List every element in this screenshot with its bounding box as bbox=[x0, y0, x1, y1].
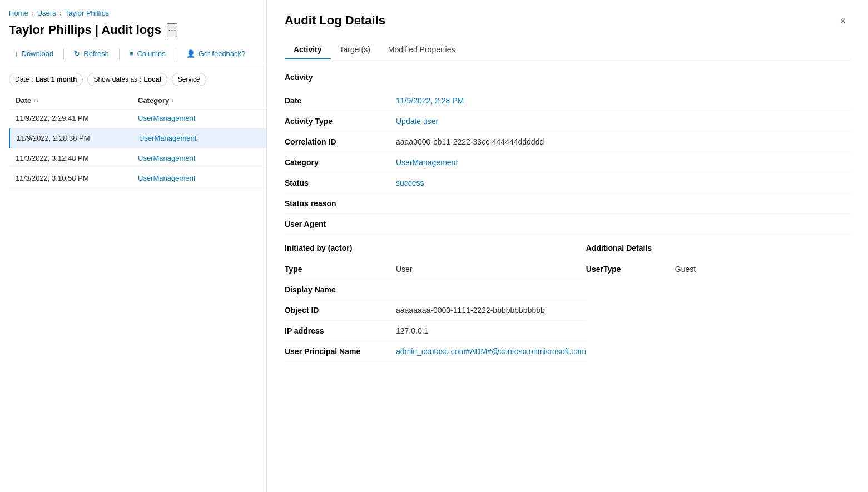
feedback-icon: 👤 bbox=[186, 49, 195, 58]
left-panel: Home › Users › Taylor Phillips Taylor Ph… bbox=[0, 0, 267, 492]
category-field-label: Category bbox=[285, 158, 396, 167]
row1-date: 11/9/2022, 2:29:41 PM bbox=[16, 114, 138, 122]
activity-section-label: Activity bbox=[285, 73, 850, 82]
table-row[interactable]: 11/9/2022, 2:29:41 PM UserManagement bbox=[9, 108, 266, 128]
additional-section: Additional Details UserType Guest bbox=[586, 243, 850, 362]
tab-activity[interactable]: Activity bbox=[285, 41, 331, 59]
page-title-row: Taylor Phillips | Audit logs ··· bbox=[9, 23, 266, 37]
panel-title: Audit Log Details bbox=[285, 13, 385, 28]
usertype-row: UserType Guest bbox=[586, 259, 850, 279]
columns-button[interactable]: ≡ Columns bbox=[124, 46, 171, 61]
table-row[interactable]: 11/3/2022, 3:10:58 PM UserManagement bbox=[9, 168, 266, 188]
toolbar: ↓ Download ↻ Refresh ≡ Columns 👤 Got fee… bbox=[9, 46, 266, 66]
usertype-value: Guest bbox=[675, 265, 850, 274]
tab-targets[interactable]: Target(s) bbox=[331, 41, 379, 59]
status-value: success bbox=[396, 178, 850, 187]
breadcrumb-users[interactable]: Users bbox=[37, 9, 56, 17]
actor-display-name-label: Display Name bbox=[285, 285, 396, 294]
actor-upn-label: User Principal Name bbox=[285, 347, 396, 356]
refresh-icon: ↻ bbox=[74, 49, 80, 58]
user-agent-row: User Agent bbox=[285, 214, 850, 235]
activity-type-value: Update user bbox=[396, 117, 850, 126]
row2-category: UserManagement bbox=[139, 134, 260, 142]
activity-type-row: Activity Type Update user bbox=[285, 111, 850, 132]
category-field-value: UserManagement bbox=[396, 158, 850, 167]
date-filter[interactable]: Date : Last 1 month bbox=[9, 73, 83, 86]
row4-date: 11/3/2022, 3:10:58 PM bbox=[16, 174, 138, 182]
date-field-label: Date bbox=[285, 96, 396, 105]
actor-ip-row: IP address 127.0.0.1 bbox=[285, 321, 586, 341]
breadcrumb-user[interactable]: Taylor Phillips bbox=[65, 9, 109, 17]
page-title: Taylor Phillips | Audit logs bbox=[9, 23, 161, 37]
actor-upn-row: User Principal Name admin_contoso.com#AD… bbox=[285, 341, 586, 362]
service-filter[interactable]: Service bbox=[172, 73, 206, 86]
category-column-header[interactable]: Category ↑ bbox=[138, 96, 260, 105]
audit-table: Date ↑↓ Category ↑ 11/9/2022, 2:29:41 PM… bbox=[9, 93, 266, 188]
row3-date: 11/3/2022, 3:12:48 PM bbox=[16, 154, 138, 162]
filter-bar: Date : Last 1 month Show dates as : Loca… bbox=[9, 73, 266, 86]
feedback-button[interactable]: 👤 Got feedback? bbox=[181, 46, 251, 61]
status-reason-row: Status reason bbox=[285, 193, 850, 214]
actor-display-name-row: Display Name bbox=[285, 280, 586, 300]
usertype-label: UserType bbox=[586, 265, 675, 274]
date-column-header[interactable]: Date ↑↓ bbox=[16, 96, 138, 105]
actor-object-id-label: Object ID bbox=[285, 306, 396, 315]
row2-date: 11/9/2022, 2:28:38 PM bbox=[17, 134, 139, 142]
correlation-id-row: Correlation ID aaaa0000-bb11-2222-33cc-4… bbox=[285, 132, 850, 152]
panel-header: Audit Log Details × bbox=[285, 13, 850, 29]
status-label: Status bbox=[285, 178, 396, 187]
columns-icon: ≡ bbox=[130, 49, 134, 58]
date-field-value: 11/9/2022, 2:28 PM bbox=[396, 96, 850, 105]
show-dates-filter[interactable]: Show dates as : Local bbox=[87, 73, 167, 86]
date-sort-icon: ↑↓ bbox=[33, 97, 39, 103]
row1-category: UserManagement bbox=[138, 114, 260, 122]
actor-type-value: User bbox=[396, 265, 586, 274]
actor-object-id-row: Object ID aaaaaaaa-0000-1111-2222-bbbbbb… bbox=[285, 300, 586, 321]
correlation-id-value: aaaa0000-bb11-2222-33cc-444444dddddd bbox=[396, 137, 850, 146]
actor-type-label: Type bbox=[285, 265, 396, 274]
more-options-button[interactable]: ··· bbox=[167, 23, 177, 37]
correlation-id-label: Correlation ID bbox=[285, 137, 396, 146]
actor-ip-label: IP address bbox=[285, 326, 396, 335]
category-row: Category UserManagement bbox=[285, 152, 850, 173]
download-icon: ↓ bbox=[14, 49, 18, 58]
close-button[interactable]: × bbox=[835, 13, 850, 29]
actor-type-row: Type User bbox=[285, 259, 586, 280]
row3-category: UserManagement bbox=[138, 154, 260, 162]
table-header: Date ↑↓ Category ↑ bbox=[9, 93, 266, 108]
toolbar-divider1 bbox=[63, 48, 64, 59]
detail-tabs: Activity Target(s) Modified Properties bbox=[285, 41, 850, 59]
toolbar-divider2 bbox=[119, 48, 120, 59]
download-button[interactable]: ↓ Download bbox=[9, 46, 59, 61]
breadcrumb-sep2: › bbox=[59, 9, 62, 17]
actor-section-title: Initiated by (actor) bbox=[285, 243, 586, 252]
table-row[interactable]: 11/9/2022, 2:28:38 PM UserManagement bbox=[9, 128, 266, 148]
category-sort-icon: ↑ bbox=[171, 97, 174, 103]
detail-panel: Audit Log Details × Activity Target(s) M… bbox=[267, 0, 868, 492]
user-agent-label: User Agent bbox=[285, 220, 396, 228]
refresh-button[interactable]: ↻ Refresh bbox=[68, 46, 115, 61]
table-row[interactable]: 11/3/2022, 3:12:48 PM UserManagement bbox=[9, 148, 266, 168]
status-row: Status success bbox=[285, 173, 850, 193]
status-reason-label: Status reason bbox=[285, 199, 396, 208]
actor-section: Initiated by (actor) Type User Display N… bbox=[285, 243, 586, 362]
row4-category: UserManagement bbox=[138, 174, 260, 182]
actor-upn-value: admin_contoso.com#ADM#@contoso.onmicroso… bbox=[396, 347, 586, 356]
two-col-section: Initiated by (actor) Type User Display N… bbox=[285, 243, 850, 362]
breadcrumb-sep1: › bbox=[32, 9, 34, 17]
activity-type-label: Activity Type bbox=[285, 117, 396, 126]
toolbar-divider3 bbox=[176, 48, 176, 59]
actor-ip-value: 127.0.0.1 bbox=[396, 326, 586, 335]
tab-modified-properties[interactable]: Modified Properties bbox=[379, 41, 464, 59]
actor-object-id-value: aaaaaaaa-0000-1111-2222-bbbbbbbbbbbb bbox=[396, 306, 586, 315]
breadcrumb: Home › Users › Taylor Phillips bbox=[9, 9, 266, 17]
date-row: Date 11/9/2022, 2:28 PM bbox=[285, 91, 850, 111]
additional-section-title: Additional Details bbox=[586, 243, 850, 252]
breadcrumb-home[interactable]: Home bbox=[9, 9, 28, 17]
